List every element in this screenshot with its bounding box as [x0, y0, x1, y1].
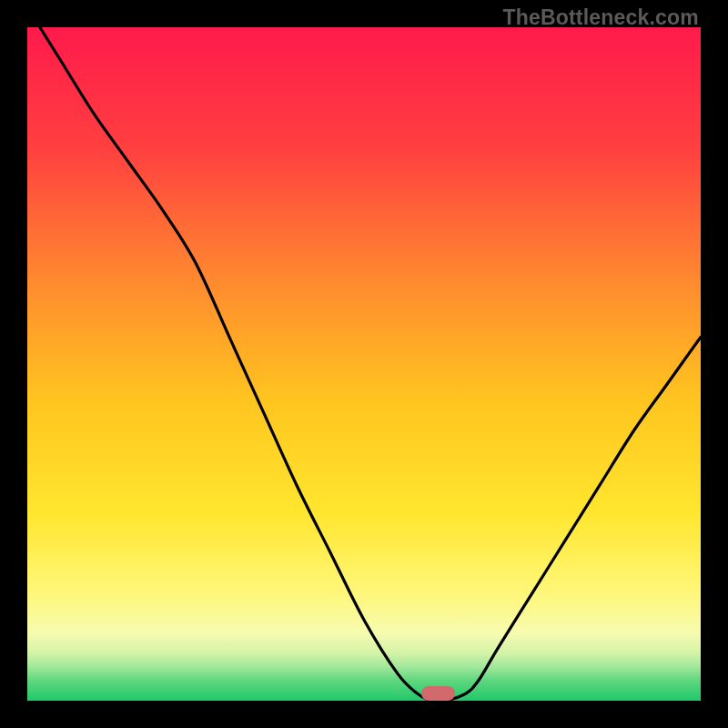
chart-frame: TheBottleneck.com: [0, 0, 728, 728]
bottleneck-curve: [27, 27, 701, 701]
plot-area: [27, 27, 701, 701]
watermark-text: TheBottleneck.com: [502, 5, 699, 30]
optimal-marker: [421, 686, 455, 701]
